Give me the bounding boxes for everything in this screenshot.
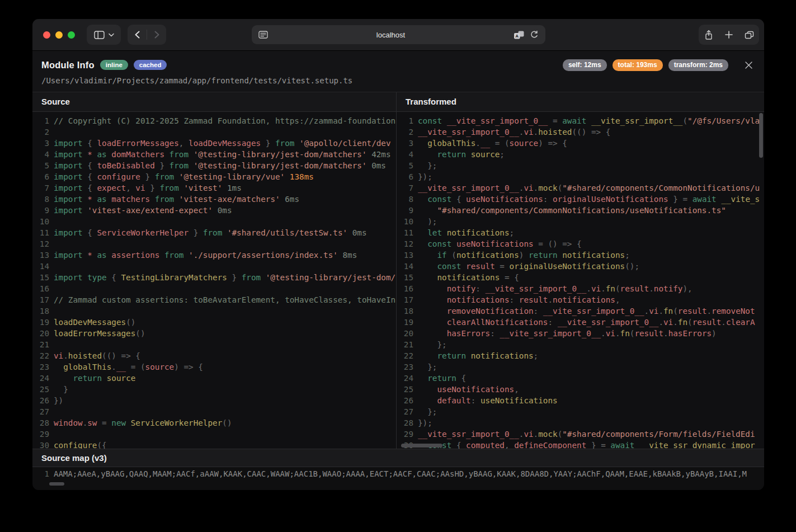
zoom-window-button[interactable]: [68, 31, 75, 39]
tabs-overview-button[interactable]: [740, 25, 759, 45]
code-text: useNotifications,: [418, 384, 519, 395]
code-line: 12: [32, 238, 396, 249]
code-line: 3 globalThis.__ = (source) => {: [397, 138, 764, 149]
close-window-button[interactable]: [43, 31, 50, 39]
code-text: // Zammad custom assertions: toBeAvatarE…: [54, 294, 395, 305]
code-line: 5 };: [397, 160, 764, 171]
code-line: 26 default: useNotifications: [397, 395, 764, 406]
line-number: 2: [397, 126, 413, 138]
line-number: 6: [397, 171, 413, 182]
line-number: 30: [32, 440, 49, 449]
line-number: 12: [397, 238, 413, 249]
code-text: removeNotification: __vite_ssr_import_0_…: [418, 305, 755, 317]
code-text: __vite_ssr_import_0__.vi.mock("#shared/c…: [418, 182, 760, 194]
code-line: 7import { expect, vi } from 'vitest' 1ms: [32, 182, 396, 194]
line-number: 13: [32, 249, 49, 261]
code-line: 2__vite_ssr_import_0__.vi.hoisted(() => …: [397, 126, 764, 138]
sidebar-toggle-button[interactable]: [87, 25, 121, 45]
transformed-panel: Transformed 1const __vite_ssr_import_0__…: [396, 92, 764, 449]
code-text: }: [54, 384, 68, 395]
line-number: 17: [397, 294, 413, 305]
code-line: 14 const result = originalUseNotificatio…: [397, 261, 764, 272]
code-line: 17 notifications: result.notifications,: [397, 294, 764, 305]
browser-toolbar: localhost A: [32, 19, 764, 51]
code-text: });: [418, 171, 432, 182]
share-button[interactable]: [700, 25, 718, 45]
chevron-down-icon: [109, 33, 114, 37]
reload-icon[interactable]: [530, 30, 539, 39]
line-number: 21: [397, 339, 413, 350]
transformed-code[interactable]: 1const __vite_ssr_import_0__ = await __v…: [397, 112, 764, 449]
line-number: 11: [397, 227, 413, 238]
code-line: 15import type { TestingLibraryMatchers }…: [32, 272, 396, 283]
code-line: 25 }: [32, 384, 396, 395]
line-number: 4: [32, 149, 49, 160]
address-bar[interactable]: localhost A: [252, 25, 545, 44]
code-text: loadErrorMessages(): [54, 328, 145, 339]
code-text: vi.hoisted(() => {: [54, 350, 140, 361]
line-number: 21: [32, 339, 49, 350]
url-text: localhost: [268, 31, 514, 39]
code-line: 5import { toBeDisabled } from '@testing-…: [32, 160, 396, 171]
line-number: 9: [32, 205, 49, 216]
line-number: 1: [32, 469, 49, 478]
translate-icon[interactable]: A: [514, 31, 524, 39]
code-line: 10 );: [397, 216, 764, 227]
code-line: 29: [32, 429, 396, 440]
code-line: 8import * as matchers from 'vitest-axe/m…: [32, 194, 396, 205]
code-line: 28window.sw = new ServiceWorkerHelper(): [32, 417, 396, 429]
badge-inline: inline: [100, 60, 128, 70]
horizontal-scrollbar[interactable]: [401, 444, 442, 448]
code-line: 27 };: [397, 406, 764, 417]
code-line: 9 "#shared/components/CommonNotification…: [397, 205, 764, 216]
minimize-window-button[interactable]: [55, 31, 63, 39]
sourcemap-footer: [32, 481, 764, 490]
code-line: 30 const { computed, defineComponent } =…: [397, 440, 764, 449]
screen: localhost A: [0, 0, 796, 532]
new-tab-button[interactable]: [720, 25, 738, 45]
code-text: import 'vitest-axe/extend-expect' 0ms: [54, 205, 232, 216]
code-line: 9import 'vitest-axe/extend-expect' 0ms: [32, 205, 396, 216]
line-number: 29: [32, 429, 49, 440]
line-number: 15: [397, 272, 413, 283]
sourcemap-horizontal-scrollbar[interactable]: [49, 482, 64, 486]
code-line: 16: [32, 283, 396, 294]
line-number: 7: [32, 182, 49, 194]
browser-window: localhost A: [32, 19, 764, 490]
back-button[interactable]: [128, 25, 147, 45]
code-text: );: [418, 216, 437, 227]
line-number: 14: [397, 261, 413, 272]
line-number: 19: [397, 317, 413, 328]
line-number: 11: [32, 227, 49, 238]
code-line: 22vi.hoisted(() => {: [32, 350, 396, 361]
code-text: return source;: [418, 149, 505, 160]
line-number: 13: [397, 249, 413, 261]
line-number: 28: [397, 417, 413, 429]
code-line: 4import * as domMatchers from '@testing-…: [32, 149, 396, 160]
code-line: 24 return source: [32, 373, 396, 384]
close-button[interactable]: [742, 58, 755, 72]
code-line: 12 const useNotifications = () => {: [397, 238, 764, 249]
source-panel: Source 1// Copyright (C) 2012-2025 Zamma…: [32, 92, 396, 449]
line-number: 23: [32, 361, 49, 373]
page-icon[interactable]: [258, 31, 268, 39]
code-line: 20loadErrorMessages(): [32, 328, 396, 339]
code-text: };: [418, 406, 437, 417]
line-number: 17: [32, 294, 49, 305]
code-line: 19loadDevMessages(): [32, 317, 396, 328]
sourcemap-title: Source map (v3): [32, 449, 764, 467]
metric-transform: transform: 2ms: [668, 59, 728, 71]
forward-button[interactable]: [147, 25, 166, 45]
code-line: 21 };: [397, 339, 764, 350]
code-text: globalThis.__ = (source) => {: [54, 361, 203, 373]
page-title: Module Info: [41, 60, 95, 70]
code-text: };: [418, 160, 437, 171]
source-code[interactable]: 1// Copyright (C) 2012-2025 Zammad Found…: [32, 112, 396, 449]
code-text: __vite_ssr_import_0__.vi.mock("#shared/c…: [418, 429, 755, 440]
vertical-scrollbar[interactable]: [759, 113, 763, 158]
line-number: 9: [397, 205, 413, 216]
sourcemap-line: 1 AAMA;AAeA,yBAAG,QAAQ,MAAM;AACf,aAAW,KA…: [32, 467, 764, 481]
code-line: 28});: [397, 417, 764, 429]
code-line: 6import { configure } from '@testing-lib…: [32, 171, 396, 182]
code-text: return notifications;: [418, 350, 538, 361]
